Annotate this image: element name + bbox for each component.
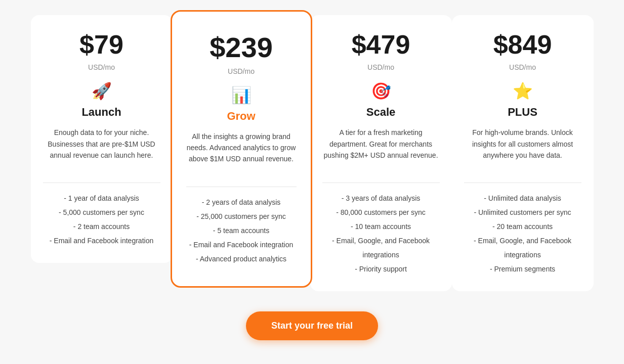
usd-label-launch: USD/mo — [43, 63, 160, 71]
plan-description-grow: All the insights a growing brand needs. … — [186, 131, 297, 176]
price-launch: $79 — [43, 30, 160, 59]
price-area-scale: $479 — [322, 30, 440, 59]
feature-item: - 2 team accounts — [43, 219, 160, 234]
icon-area-grow: 📊 — [186, 85, 297, 105]
feature-item: - Unlimited customers per sync — [464, 205, 581, 219]
price-area-grow: $239 — [186, 32, 297, 63]
plan-description-launch: Enough data to for your niche. Businesse… — [43, 127, 160, 172]
plan-card-scale: $479 USD/mo 🎯 Scale A tier for a fresh m… — [310, 15, 452, 291]
usd-label-plus: USD/mo — [464, 63, 581, 71]
features-list-launch: - 1 year of data analysis- 5,000 custome… — [43, 191, 160, 248]
icon-area-launch: 🚀 — [43, 81, 160, 101]
plan-card-launch: $79 USD/mo 🚀 Launch Enough data to for y… — [31, 15, 173, 263]
price-area-launch: $79 — [43, 30, 160, 59]
plan-description-plus: For high-volume brands. Unlock insights … — [464, 127, 581, 172]
feature-item: - 80,000 customers per sync — [322, 205, 440, 219]
plan-card-plus: $849 USD/mo ⭐ PLUS For high-volume brand… — [452, 15, 594, 291]
target-icon: 🎯 — [371, 82, 391, 100]
feature-item: - 10 team accounts — [322, 219, 440, 234]
price-area-plus: $849 — [464, 30, 581, 59]
price-scale: $479 — [322, 30, 440, 59]
start-trial-button[interactable]: Start your free trial — [246, 311, 378, 340]
feature-item: - Email and Facebook integration — [186, 238, 297, 252]
plan-name-grow: Grow — [186, 110, 297, 123]
feature-item: - 1 year of data analysis — [43, 191, 160, 205]
feature-item: - Priority support — [322, 262, 440, 276]
plan-name-scale: Scale — [322, 106, 440, 119]
plans-container: $79 USD/mo 🚀 Launch Enough data to for y… — [10, 15, 614, 291]
price-grow: $239 — [186, 32, 297, 63]
feature-item: - Email, Google, and Facebook integratio… — [464, 234, 581, 262]
feature-item: - Unlimited data analysis — [464, 191, 581, 205]
rocket-icon: 🚀 — [92, 82, 112, 100]
star-icon: ⭐ — [513, 82, 533, 100]
feature-item: - 25,000 customers per sync — [186, 209, 297, 223]
features-list-plus: - Unlimited data analysis- Unlimited cus… — [464, 191, 581, 276]
usd-label-grow: USD/mo — [186, 67, 297, 75]
cta-area: Start your free trial — [246, 311, 378, 340]
feature-item: - Premium segments — [464, 262, 581, 276]
price-plus: $849 — [464, 30, 581, 59]
divider-grow — [186, 187, 297, 187]
feature-item: - 3 years of data analysis — [322, 191, 440, 205]
plan-name-launch: Launch — [43, 106, 160, 119]
feature-item: - Email and Facebook integration — [43, 234, 160, 248]
icon-area-scale: 🎯 — [322, 81, 440, 101]
feature-item: - Email, Google, and Facebook integratio… — [322, 234, 440, 262]
feature-item: - 5 team accounts — [186, 223, 297, 238]
features-list-scale: - 3 years of data analysis- 80,000 custo… — [322, 191, 440, 276]
feature-item: - 2 years of data analysis — [186, 195, 297, 209]
features-list-grow: - 2 years of data analysis- 25,000 custo… — [186, 195, 297, 266]
plan-description-scale: A tier for a fresh marketing department.… — [322, 127, 440, 172]
plan-card-grow: $239 USD/mo 📊 Grow All the insights a gr… — [171, 10, 312, 288]
feature-item: - 20 team accounts — [464, 219, 581, 234]
feature-item: - 5,000 customers per sync — [43, 205, 160, 219]
usd-label-scale: USD/mo — [322, 63, 440, 71]
icon-area-plus: ⭐ — [464, 81, 581, 101]
plan-name-plus: PLUS — [464, 106, 581, 119]
chart-icon: 📊 — [231, 86, 252, 104]
divider-plus — [464, 183, 581, 183]
feature-item: - Advanced product analytics — [186, 252, 297, 266]
divider-scale — [322, 183, 440, 183]
divider-launch — [43, 183, 160, 183]
